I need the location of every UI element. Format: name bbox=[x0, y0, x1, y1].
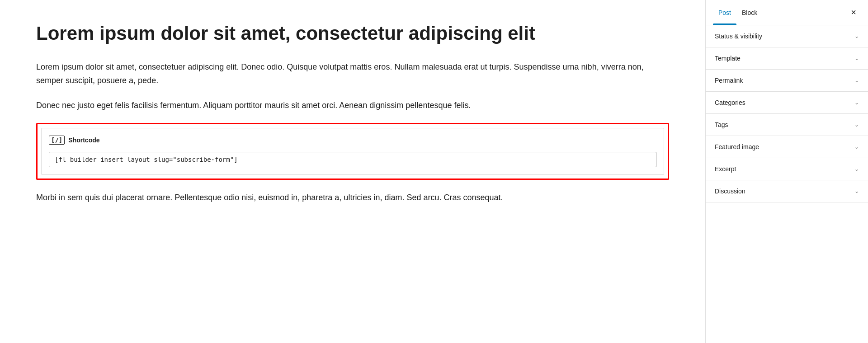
section-excerpt-btn[interactable]: Excerpt ⌄ bbox=[706, 158, 868, 180]
section-categories-btn[interactable]: Categories ⌄ bbox=[706, 92, 868, 113]
shortcode-header: [/] Shortcode bbox=[49, 136, 656, 145]
chevron-down-icon: ⌄ bbox=[854, 166, 859, 172]
section-template-label: Template bbox=[715, 55, 741, 62]
chevron-down-icon: ⌄ bbox=[854, 122, 859, 128]
shortcode-block-wrapper: [/] Shortcode bbox=[36, 123, 669, 180]
section-tags-btn[interactable]: Tags ⌄ bbox=[706, 114, 868, 136]
section-discussion: Discussion ⌄ bbox=[706, 180, 868, 202]
chevron-down-icon: ⌄ bbox=[854, 55, 859, 61]
section-featured-image-btn[interactable]: Featured image ⌄ bbox=[706, 136, 868, 158]
close-button[interactable]: × bbox=[846, 5, 861, 20]
section-featured-image-label: Featured image bbox=[715, 143, 759, 150]
section-permalink: Permalink ⌄ bbox=[706, 70, 868, 92]
section-excerpt-label: Excerpt bbox=[715, 165, 736, 173]
chevron-down-icon: ⌄ bbox=[854, 33, 859, 39]
chevron-down-icon: ⌄ bbox=[854, 188, 859, 194]
tab-post[interactable]: Post bbox=[713, 0, 736, 25]
section-template-btn[interactable]: Template ⌄ bbox=[706, 47, 868, 69]
chevron-down-icon: ⌄ bbox=[854, 99, 859, 106]
section-categories-label: Categories bbox=[715, 99, 745, 106]
section-tags: Tags ⌄ bbox=[706, 114, 868, 136]
section-discussion-label: Discussion bbox=[715, 188, 745, 195]
section-tags-label: Tags bbox=[715, 121, 728, 128]
shortcode-block: [/] Shortcode bbox=[41, 128, 664, 175]
chevron-down-icon: ⌄ bbox=[854, 77, 859, 84]
section-template: Template ⌄ bbox=[706, 47, 868, 70]
section-featured-image: Featured image ⌄ bbox=[706, 136, 868, 158]
chevron-down-icon: ⌄ bbox=[854, 144, 859, 150]
sidebar-sections: Status & visibility ⌄ Template ⌄ Permali… bbox=[706, 25, 868, 343]
section-permalink-btn[interactable]: Permalink ⌄ bbox=[706, 70, 868, 91]
paragraph-2: Donec nec justo eget felis facilisis fer… bbox=[36, 99, 669, 113]
section-status-visibility: Status & visibility ⌄ bbox=[706, 25, 868, 47]
main-content: Lorem ipsum dolor sit amet, consectetur … bbox=[0, 0, 705, 343]
shortcode-icon: [/] bbox=[49, 136, 65, 145]
section-excerpt: Excerpt ⌄ bbox=[706, 158, 868, 180]
section-categories: Categories ⌄ bbox=[706, 92, 868, 114]
section-status-visibility-label: Status & visibility bbox=[715, 33, 762, 40]
post-title: Lorem ipsum dolor sit amet, consectetur … bbox=[36, 22, 669, 46]
section-discussion-btn[interactable]: Discussion ⌄ bbox=[706, 180, 868, 202]
paragraph-3: Morbi in sem quis dui placerat ornare. P… bbox=[36, 191, 669, 205]
tab-block[interactable]: Block bbox=[736, 0, 763, 25]
section-permalink-label: Permalink bbox=[715, 77, 743, 84]
section-status-visibility-btn[interactable]: Status & visibility ⌄ bbox=[706, 25, 868, 47]
shortcode-label: Shortcode bbox=[68, 136, 99, 144]
paragraph-1: Lorem ipsum dolor sit amet, consectetuer… bbox=[36, 60, 669, 88]
sidebar: Post Block × Status & visibility ⌄ Templ… bbox=[705, 0, 868, 343]
shortcode-input[interactable] bbox=[49, 152, 656, 167]
sidebar-header: Post Block × bbox=[706, 0, 868, 25]
